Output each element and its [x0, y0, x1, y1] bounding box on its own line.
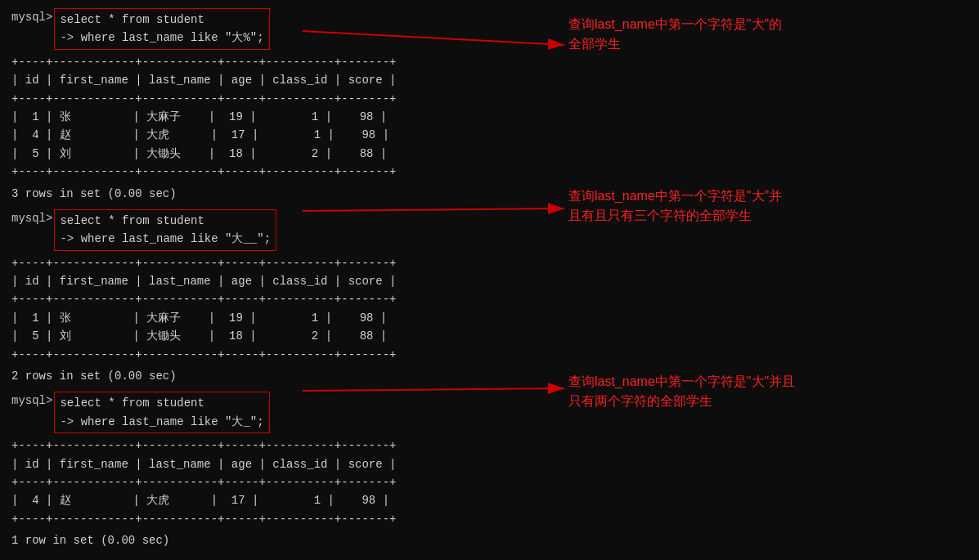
- table-output-2: +----+------------+-----------+-----+---…: [11, 254, 528, 364]
- sql-block-2: select * from student -> where last_name…: [54, 209, 276, 251]
- prompt-line-1a: mysql> select * from student -> where la…: [11, 8, 528, 50]
- table-header-1: | id | first_name | last_name | age | cl…: [11, 71, 528, 89]
- prompt-line-3a: mysql> select * from student -> where la…: [11, 392, 528, 433]
- query-section-1: mysql> select * from student -> where la…: [11, 8, 528, 203]
- sql-block-1: select * from student -> where last_name…: [54, 8, 269, 50]
- final-prompt-line: mysql> _: [11, 557, 528, 560]
- table-divider-3a: +----+------------+-----------+-----+---…: [11, 437, 528, 455]
- table-header-2: | id | first_name | last_name | age | cl…: [11, 272, 528, 290]
- sql-text-3b: where last_name like "大_";: [81, 415, 264, 428]
- arrow-prompt-2: ->: [60, 232, 74, 245]
- table-divider-2b: +----+------------+-----------+-----+---…: [11, 290, 528, 308]
- prompt-line-2a: mysql> select * from student -> where la…: [11, 209, 528, 251]
- table-divider-2c: +----+------------+-----------+-----+---…: [11, 346, 528, 364]
- table-output-1: +----+------------+-----------+-----+---…: [11, 53, 528, 181]
- table-row: | 5 | 刘 | 大锄头 | 18 | 2 | 88 |: [11, 327, 528, 345]
- table-divider-3c: +----+------------+-----------+-----+---…: [11, 510, 528, 528]
- annotation-3: 查询last_name中第一个字符是"大"并且只有两个字符的全部学生: [568, 372, 795, 411]
- arrow-prompt-1: ->: [60, 31, 74, 44]
- query-section-2: mysql> select * from student -> where la…: [11, 209, 528, 386]
- table-divider-1a: +----+------------+-----------+-----+---…: [11, 53, 528, 71]
- rows-info-1: 3 rows in set (0.00 sec): [11, 185, 528, 203]
- terminal-window: mysql> select * from student -> where la…: [0, 0, 540, 560]
- table-output-3: +----+------------+-----------+-----+---…: [11, 437, 528, 528]
- table-divider-3b: +----+------------+-----------+-----+---…: [11, 473, 528, 491]
- sql-block-3: select * from student -> where last_name…: [54, 392, 269, 433]
- annotation-2: 查询last_name中第一个字符是"大"并且有且只有三个字符的全部学生: [568, 186, 782, 226]
- mysql-prompt-2: mysql>: [11, 209, 52, 227]
- sql-text-3a: select * from student: [60, 396, 204, 410]
- rows-info-3: 1 row in set (0.00 sec): [11, 531, 528, 549]
- table-row: | 4 | 赵 | 大虎 | 17 | 1 | 98 |: [11, 491, 528, 509]
- sql-text-2b: where last_name like "大__";: [81, 232, 271, 245]
- sql-text-1b: where last_name like "大%";: [81, 31, 264, 44]
- table-divider-1b: +----+------------+-----------+-----+---…: [11, 90, 528, 108]
- table-row: | 5 | 刘 | 大锄头 | 18 | 2 | 88 |: [11, 145, 528, 163]
- final-mysql-prompt: mysql> _: [11, 557, 66, 560]
- table-divider-1c: +----+------------+-----------+-----+---…: [11, 163, 528, 181]
- table-row: | 4 | 赵 | 大虎 | 17 | 1 | 98 |: [11, 126, 528, 144]
- mysql-prompt-1: mysql>: [11, 8, 52, 26]
- annotation-1: 查询last_name中第一个字符是"大"的全部学生: [568, 15, 782, 54]
- arrow-prompt-3: ->: [60, 415, 74, 428]
- sql-text-2a: select * from student: [60, 214, 204, 227]
- mysql-prompt-3: mysql>: [11, 392, 52, 410]
- table-divider-2a: +----+------------+-----------+-----+---…: [11, 254, 528, 272]
- rows-info-2: 2 rows in set (0.00 sec): [11, 367, 528, 385]
- table-row: | 1 | 张 | 大麻子 | 19 | 1 | 98 |: [11, 108, 528, 126]
- sql-text-1a: select * from student: [60, 13, 204, 26]
- table-header-3: | id | first_name | last_name | age | cl…: [11, 455, 528, 473]
- table-row: | 1 | 张 | 大麻子 | 19 | 1 | 98 |: [11, 309, 528, 327]
- query-section-3: mysql> select * from student -> where la…: [11, 392, 528, 549]
